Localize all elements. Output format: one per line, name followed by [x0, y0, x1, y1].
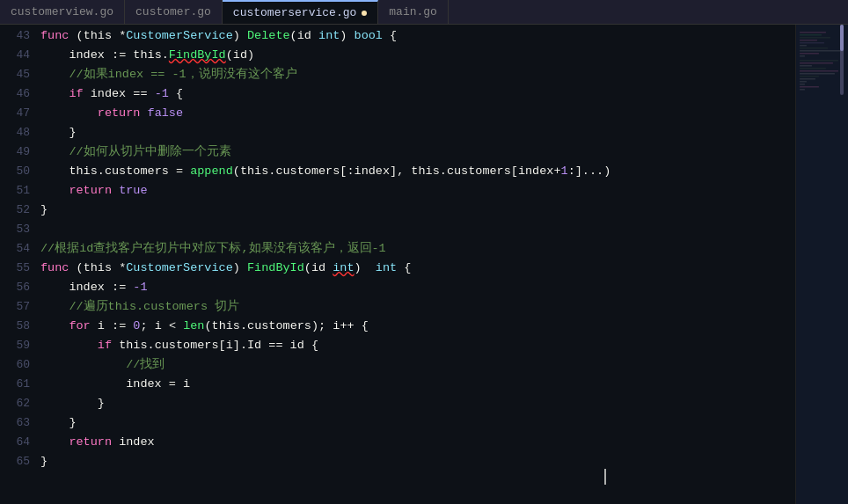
- code-line-57: //遍历this.customers 切片: [37, 297, 795, 317]
- code-line-47: return false: [37, 104, 795, 123]
- svg-rect-12: [800, 62, 833, 64]
- code-line-48: }: [37, 123, 795, 142]
- code-line-59: if this.customers[i].Id == id {: [37, 336, 795, 355]
- tab-customer-label: customer.go: [135, 5, 211, 18]
- tab-customerservice-label: customerservice.go: [233, 6, 356, 19]
- svg-rect-22: [800, 89, 805, 91]
- tab-customerview-label: customerview.go: [11, 5, 113, 18]
- minimap[interactable]: [796, 25, 848, 504]
- code-line-46: if index == -1 {: [37, 84, 795, 104]
- svg-rect-21: [800, 86, 819, 88]
- line-num-44: 44: [7, 46, 30, 65]
- line-num-59: 59: [7, 336, 30, 355]
- line-num-62: 62: [7, 394, 30, 413]
- svg-rect-13: [800, 65, 812, 67]
- svg-rect-9: [800, 53, 819, 55]
- code-line-65: }: [37, 452, 795, 471]
- code-line-55: func (this *CustomerService) FindById(id…: [37, 259, 795, 278]
- code-line-63: }: [37, 413, 795, 433]
- code-line-64: return index: [37, 433, 795, 452]
- code-line-44: index := this.FindById(id): [37, 46, 795, 65]
- line-num-57: 57: [7, 297, 30, 317]
- code-line-60: //找到: [37, 355, 795, 375]
- line-num-45: 45: [7, 65, 30, 84]
- svg-rect-14: [800, 68, 826, 69]
- svg-rect-10: [800, 55, 805, 57]
- code-line-62: }: [37, 394, 795, 413]
- tab-customerservice[interactable]: customerservice.go: [223, 0, 378, 24]
- code-line-45: //如果index == -1，说明没有这个客户: [37, 65, 795, 84]
- code-line-51: return true: [37, 181, 795, 201]
- svg-rect-20: [800, 84, 805, 85]
- code-line-54: //根据id查找客户在切片中对应下标,如果没有该客户，返回-1: [37, 239, 795, 259]
- svg-rect-18: [800, 78, 815, 80]
- line-num-60: 60: [7, 355, 30, 375]
- code-content[interactable]: func (this *CustomerService) Delete(id i…: [37, 25, 795, 504]
- line-num-54: 54: [7, 239, 30, 259]
- svg-rect-16: [800, 73, 835, 75]
- svg-rect-2: [800, 34, 822, 36]
- code-line-49: //如何从切片中删除一个元素: [37, 142, 795, 162]
- tab-main[interactable]: main.go: [378, 0, 449, 24]
- line-num-52: 52: [7, 201, 30, 220]
- svg-rect-6: [800, 45, 807, 47]
- line-num-43: 43: [7, 26, 30, 46]
- tab-customer[interactable]: customer.go: [125, 0, 223, 24]
- code-line-52: }: [37, 201, 795, 220]
- line-num-55: 55: [7, 259, 30, 278]
- svg-rect-0: [796, 25, 848, 504]
- svg-rect-3: [800, 37, 830, 39]
- svg-rect-17: [800, 76, 819, 77]
- right-panel: [795, 25, 848, 504]
- svg-rect-5: [800, 42, 824, 44]
- svg-rect-8: [800, 50, 844, 52]
- code-line-56: index := -1: [37, 278, 795, 297]
- svg-rect-11: [800, 60, 838, 62]
- tab-main-label: main.go: [389, 5, 437, 18]
- svg-rect-19: [800, 81, 807, 83]
- line-num-58: 58: [7, 317, 30, 336]
- svg-rect-24: [840, 25, 844, 51]
- code-line-58: for i := 0; i < len(this.customers); i++…: [37, 317, 795, 336]
- line-num-48: 48: [7, 123, 30, 142]
- modified-dot: [362, 11, 367, 16]
- line-numbers: 43 44 45 46 47 48 49 50 51 52 53 54 55 5…: [0, 25, 37, 504]
- svg-rect-7: [800, 47, 828, 49]
- line-num-53: 53: [7, 220, 30, 239]
- tab-customerview[interactable]: customerview.go: [0, 0, 125, 24]
- line-num-61: 61: [7, 375, 30, 394]
- svg-rect-1: [800, 32, 826, 33]
- line-num-46: 46: [7, 84, 30, 104]
- line-num-63: 63: [7, 413, 30, 433]
- tab-bar: customerview.go customer.go customerserv…: [0, 0, 848, 25]
- code-line-43: func (this *CustomerService) Delete(id i…: [37, 26, 795, 46]
- svg-rect-15: [800, 70, 838, 72]
- code-line-61: index = i: [37, 375, 795, 394]
- line-num-50: 50: [7, 162, 30, 181]
- svg-rect-4: [800, 40, 817, 41]
- line-num-51: 51: [7, 181, 30, 201]
- line-num-49: 49: [7, 142, 30, 162]
- line-num-56: 56: [7, 278, 30, 297]
- code-line-50: this.customers = append(this.customers[:…: [37, 162, 795, 181]
- code-line-53: [37, 220, 795, 239]
- code-area: 43 44 45 46 47 48 49 50 51 52 53 54 55 5…: [0, 25, 848, 504]
- line-num-65: 65: [7, 452, 30, 471]
- line-num-64: 64: [7, 433, 30, 452]
- line-num-47: 47: [7, 104, 30, 123]
